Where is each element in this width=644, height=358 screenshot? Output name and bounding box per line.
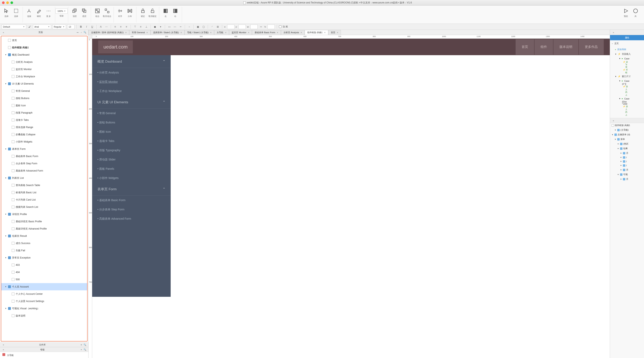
valign-bottom-button[interactable]: ⊥: [144, 25, 148, 29]
share-button[interactable]: 共: [631, 7, 640, 18]
close-tab-icon[interactable]: ×: [248, 31, 249, 34]
design-canvas[interactable]: uedart.com 首页组件版本说明更多作品 概览 Dashboard⌃分析页…: [92, 39, 610, 358]
ungroup-button[interactable]: 取消 组合: [103, 7, 112, 18]
size-select[interactable]: 13: [67, 25, 74, 29]
action-item[interactable]: ⚡ 设: [615, 105, 642, 108]
tree-page[interactable]: 分步表单 Step Form: [1, 160, 87, 167]
bring-front-button[interactable]: 顶层: [70, 7, 79, 18]
close-tab-icon[interactable]: ×: [146, 31, 148, 34]
document-tab[interactable]: 主导航×: [214, 30, 229, 35]
distribute-button[interactable]: 分布: [126, 7, 134, 18]
hidden-checkbox[interactable]: [279, 25, 282, 28]
tree-folder[interactable]: ▼ 概览 Dashboard: [1, 51, 87, 58]
pen-tool[interactable]: 钢笔: [34, 7, 43, 18]
expand-icon[interactable]: ▼: [617, 174, 619, 176]
selected-tool[interactable]: 选择: [12, 7, 20, 18]
outline-item[interactable]: ▼/: [610, 159, 644, 164]
tree-page[interactable]: 组件框架-风格1: [1, 44, 87, 51]
outline-item[interactable]: ▼月: [610, 168, 644, 172]
tree-page[interactable]: 个人中心 Account Center: [1, 290, 87, 298]
action-item[interactable]: ⚡ 设: [615, 61, 642, 64]
minimize-window-icon[interactable]: [6, 2, 9, 4]
zoom-select[interactable]: 100%▼: [56, 9, 68, 14]
document-tab[interactable]: 监控页 Monitor×: [229, 30, 252, 35]
zoom-control[interactable]: 100%▼ 缩放: [57, 7, 66, 17]
add-page-icon[interactable]: +▫: [76, 31, 80, 34]
tree-page[interactable]: 403: [1, 261, 87, 269]
window-resize-event[interactable]: ▼⚡ 窗口尺寸: [615, 74, 642, 79]
paint-icon[interactable]: 🖌: [27, 25, 32, 29]
tree-page[interactable]: 按钮 Buttons: [1, 95, 87, 102]
tree-page[interactable]: 成功 Success: [1, 240, 87, 247]
tree-folder[interactable]: ▼ 结果页 Result: [1, 232, 87, 240]
outline-item[interactable]: ▼(主导航): [610, 128, 644, 132]
align-right-button[interactable]: 右: [171, 7, 180, 18]
tree-page[interactable]: 500: [1, 276, 87, 283]
bold-button[interactable]: B: [79, 25, 83, 29]
add-folder-icon[interactable]: ▫: [80, 31, 83, 34]
preview-button[interactable]: 预览: [622, 7, 630, 18]
search-icon[interactable]: 🔍: [83, 343, 87, 346]
close-tab-icon[interactable]: ×: [125, 31, 126, 34]
tree-page[interactable]: 小部件 Widgets: [1, 138, 87, 145]
tree-folder[interactable]: ▼ 列表页 List: [1, 174, 87, 182]
x-input[interactable]: [227, 25, 234, 29]
tree-page[interactable]: 404: [1, 269, 87, 276]
close-tab-icon[interactable]: ×: [180, 31, 182, 34]
expand-icon[interactable]: ▼: [614, 138, 616, 140]
tree-page[interactable]: 段落 Paragraph: [1, 109, 87, 116]
expand-icon[interactable]: ▼: [5, 307, 7, 309]
case-item[interactable]: ▼▸ Case: [615, 97, 642, 101]
tree-page[interactable]: 个人设置 Account Settings: [1, 298, 87, 305]
tree-page[interactable]: 折叠面板 Collapse: [1, 131, 87, 138]
aspect-lock-icon[interactable]: ⇿: [259, 25, 263, 29]
expand-icon[interactable]: ▼: [620, 169, 622, 171]
tree-page[interactable]: 版本说明: [1, 312, 87, 319]
maximize-window-icon[interactable]: [10, 2, 13, 4]
w-input[interactable]: [250, 25, 258, 29]
tree-page[interactable]: 高级详情页 Advanced Profile: [1, 225, 87, 232]
more-text-button[interactable]: ⋯: [104, 25, 109, 29]
outline-item[interactable]: ▼菜单: [610, 137, 644, 142]
search-icon[interactable]: 🔍: [83, 31, 87, 34]
master-item[interactable]: 主导航: [0, 352, 88, 358]
tree-page[interactable]: 基础详情页 Basic Profile: [1, 218, 87, 225]
add-icon[interactable]: +: [80, 348, 83, 351]
padding-button[interactable]: ⊞: [216, 25, 220, 29]
shadow-inner-button[interactable]: ▢: [201, 25, 206, 29]
tree-page[interactable]: 选项卡 Tabs: [1, 116, 87, 124]
add-case-link[interactable]: +添加用例: [615, 47, 642, 52]
close-tab-icon[interactable]: ×: [210, 31, 212, 34]
expand-icon[interactable]: ▼: [5, 177, 7, 179]
collapse-icon[interactable]: «: [2, 31, 5, 34]
outline-item[interactable]: ▼月: [610, 151, 644, 155]
search-icon[interactable]: 🔍: [83, 348, 87, 351]
outline-item[interactable]: ▼结果: [610, 146, 644, 151]
h-input[interactable]: [268, 25, 275, 29]
tree-page[interactable]: 首页: [1, 37, 87, 44]
fill-button[interactable]: ◼: [153, 25, 157, 29]
widgets-panel-header[interactable]: « 元件库 ≡ 🔍: [0, 342, 88, 347]
document-tab[interactable]: 常用 General×: [129, 30, 150, 35]
corner-button[interactable]: ◜: [210, 25, 214, 29]
tree-page[interactable]: 查询表格 Search Table: [1, 182, 87, 189]
group-button[interactable]: 组合: [93, 7, 102, 18]
border-width-button[interactable]: —: [173, 25, 177, 29]
document-tab[interactable]: 导航 / State1 (主导航)×: [184, 30, 214, 35]
lock-button[interactable]: 锁定: [138, 7, 147, 18]
expand-icon[interactable]: ▼: [5, 54, 7, 56]
expand-icon[interactable]: ▼: [5, 257, 7, 259]
tree-folder[interactable]: ▼ 表单页 Form: [1, 145, 87, 153]
outline-item[interactable]: ▼(热区: [610, 142, 644, 146]
shadow-outer-button[interactable]: ▣: [196, 25, 200, 29]
case-item[interactable]: ▼▸ Case: [615, 79, 642, 83]
unlock-button[interactable]: 取消锁定: [148, 7, 157, 18]
tree-page[interactable]: 搜索列表 Search List: [1, 203, 87, 211]
document-tab[interactable]: 首页×: [328, 30, 341, 35]
border-button[interactable]: ▭: [167, 25, 172, 29]
tree-folder[interactable]: ▼ 可视化 Visual（working）: [1, 305, 87, 312]
expand-icon[interactable]: ▼: [5, 148, 7, 150]
tree-page[interactable]: 常用 General: [1, 87, 87, 95]
valign-middle-button[interactable]: ≡: [138, 25, 143, 29]
expand-icon[interactable]: ▼: [617, 148, 619, 150]
